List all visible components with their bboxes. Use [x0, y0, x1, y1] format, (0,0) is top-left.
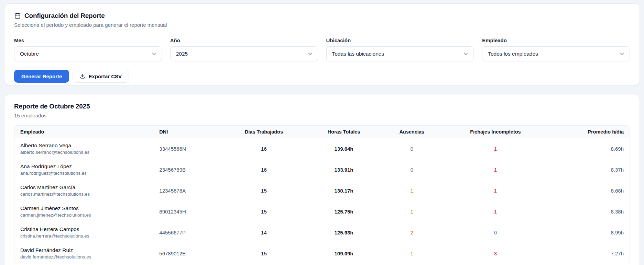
absences-cell: 0	[383, 159, 441, 180]
table-row: David Fernández Ruiz david.fernandez@tec…	[14, 243, 630, 264]
column-header-dias: Días Trabajados	[223, 126, 305, 138]
month-label: Mes	[14, 37, 162, 43]
days-worked-cell: 15	[223, 180, 305, 201]
calendar-icon	[14, 12, 21, 19]
field-employee: Empleado Todos los empleados	[482, 37, 630, 61]
total-hours-cell: 125.75h	[305, 201, 383, 222]
chevron-down-icon	[308, 53, 312, 55]
employee-name: Ana Rodríguez López	[20, 163, 148, 170]
column-header-promedio: Promedio h/día	[550, 126, 630, 138]
employee-email: alberto.serrano@techsolutions.es	[20, 150, 148, 155]
absences-cell: 1	[383, 201, 441, 222]
dni-cell: 12345678A	[153, 180, 223, 201]
avg-hours-cell: 8.37h	[550, 159, 630, 180]
total-hours-cell: 125.93h	[305, 222, 383, 243]
location-select-value: Todas las ubicaciones	[332, 51, 384, 57]
avg-hours-cell: 8.38h	[550, 201, 630, 222]
employee-select[interactable]: Todos los empleados	[482, 46, 630, 61]
days-worked-cell: 15	[223, 243, 305, 264]
report-config-card: Configuración del Reporte Selecciona el …	[4, 3, 640, 85]
table-row: Cristina Herrera Campos cristina.herrera…	[14, 222, 630, 243]
days-worked-cell: 14	[223, 222, 305, 243]
avg-hours-cell: 8.99h	[550, 222, 630, 243]
export-csv-button[interactable]: Exportar CSV	[73, 70, 129, 83]
employee-label: Empleado	[482, 37, 630, 43]
table-row: Carlos Martínez García carlos.martinez@t…	[14, 180, 630, 201]
location-label: Ubicación	[326, 37, 474, 43]
employee-name: Carmen Jiménez Santos	[20, 205, 148, 211]
incomplete-punches-cell: 3	[441, 243, 550, 264]
employee-cell: Carlos Martínez García carlos.martinez@t…	[14, 180, 153, 201]
employee-email: ana.rodriguez@techsolutions.es	[20, 171, 148, 176]
avg-hours-cell: 8.68h	[550, 180, 630, 201]
table-row: Carmen Jiménez Santos carmen.jimenez@tec…	[14, 201, 630, 222]
report-title: Reporte de Octubre 2025	[14, 103, 630, 110]
column-header-horas: Horas Totales	[305, 126, 383, 138]
field-location: Ubicación Todas las ubicaciones	[326, 37, 474, 61]
absences-cell: 1	[383, 243, 441, 264]
employee-email: david.fernandez@techsolutions.es	[20, 254, 148, 260]
employee-cell: Alberto Serrano Vega alberto.serrano@tec…	[14, 138, 153, 159]
incomplete-punches-cell: 1	[441, 138, 550, 159]
absences-cell: 0	[383, 138, 441, 159]
config-actions: Generar Reporte Exportar CSV	[14, 70, 630, 83]
year-label: Año	[170, 37, 318, 43]
column-header-dni: DNI	[153, 126, 223, 138]
days-worked-cell: 16	[223, 159, 305, 180]
avg-hours-cell: 7.27h	[550, 243, 630, 264]
month-select-value: Octubre	[20, 51, 39, 57]
days-worked-cell: 15	[223, 201, 305, 222]
incomplete-punches-cell: 1	[441, 201, 550, 222]
chevron-down-icon	[152, 53, 156, 55]
total-hours-cell: 130.17h	[305, 180, 383, 201]
field-year: Año 2025	[170, 37, 318, 61]
generate-report-button[interactable]: Generar Reporte	[14, 70, 69, 83]
column-header-ausencias: Ausencias	[383, 126, 441, 138]
employee-name: Cristina Herrera Campos	[20, 226, 148, 232]
absences-cell: 1	[383, 180, 441, 201]
incomplete-punches-cell: 1	[441, 180, 550, 201]
chevron-down-icon	[464, 53, 468, 55]
employee-name: Alberto Serrano Vega	[20, 142, 148, 149]
field-month: Mes Octubre	[14, 37, 162, 61]
year-select[interactable]: 2025	[170, 46, 318, 61]
export-csv-label: Exportar CSV	[88, 73, 122, 79]
config-header: Configuración del Reporte	[14, 12, 630, 20]
table-row: Ana Rodríguez López ana.rodriguez@techso…	[14, 159, 630, 180]
download-icon	[80, 73, 85, 79]
employee-cell: Ana Rodríguez López ana.rodriguez@techso…	[14, 159, 153, 180]
dni-cell: 44556677P	[153, 222, 223, 243]
report-table: Empleado DNI Días Trabajados Horas Total…	[14, 126, 630, 264]
chevron-down-icon	[620, 53, 624, 55]
table-row: Alberto Serrano Vega alberto.serrano@tec…	[14, 138, 630, 159]
employee-email: carmen.jimenez@techsolutions.es	[20, 212, 148, 218]
report-employee-count: 15 empleados	[14, 113, 630, 118]
year-select-value: 2025	[176, 51, 188, 57]
total-hours-cell: 133.91h	[305, 159, 383, 180]
employee-email: carlos.martinez@techsolutions.es	[20, 192, 148, 197]
total-hours-cell: 109.09h	[305, 243, 383, 264]
incomplete-punches-cell: 1	[441, 159, 550, 180]
employee-name: David Fernández Ruiz	[20, 247, 148, 253]
report-results-card: Reporte de Octubre 2025 15 empleados Emp…	[4, 94, 640, 265]
dni-cell: 33445566N	[153, 138, 223, 159]
employee-cell: David Fernández Ruiz david.fernandez@tec…	[14, 243, 153, 264]
column-header-empleado: Empleado	[14, 126, 153, 138]
incomplete-punches-cell: 0	[441, 222, 550, 243]
employee-email: cristina.herrera@techsolutions.es	[20, 233, 148, 239]
employee-select-value: Todos los empleados	[488, 51, 538, 57]
dni-cell: 56789012E	[153, 243, 223, 264]
absences-cell: 2	[383, 222, 441, 243]
config-subtitle: Selecciona el período y empleado para ge…	[14, 22, 630, 28]
report-table-container: Empleado DNI Días Trabajados Horas Total…	[14, 125, 630, 264]
employee-name: Carlos Martínez García	[20, 184, 148, 191]
avg-hours-cell: 8.69h	[550, 138, 630, 159]
report-table-body: Alberto Serrano Vega alberto.serrano@tec…	[14, 138, 630, 264]
column-header-fichajes: Fichajes Incompletos	[441, 126, 550, 138]
days-worked-cell: 16	[223, 138, 305, 159]
employee-cell: Cristina Herrera Campos cristina.herrera…	[14, 222, 153, 243]
report-table-head: Empleado DNI Días Trabajados Horas Total…	[14, 126, 630, 138]
location-select[interactable]: Todas las ubicaciones	[326, 46, 474, 61]
month-select[interactable]: Octubre	[14, 46, 162, 61]
dni-cell: 89012345H	[153, 201, 223, 222]
